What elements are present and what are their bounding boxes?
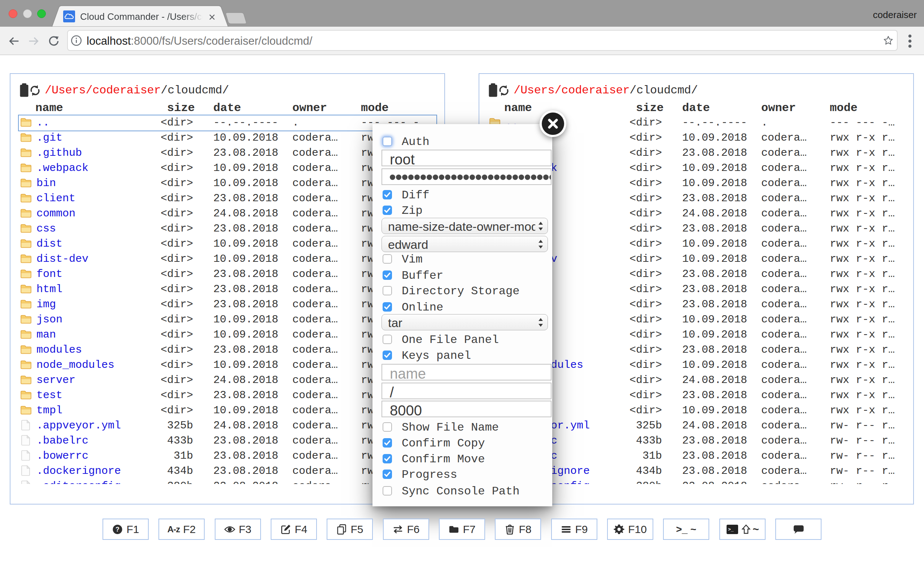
svg-text:>_: >_	[728, 527, 734, 532]
svg-text:?: ?	[115, 526, 120, 533]
